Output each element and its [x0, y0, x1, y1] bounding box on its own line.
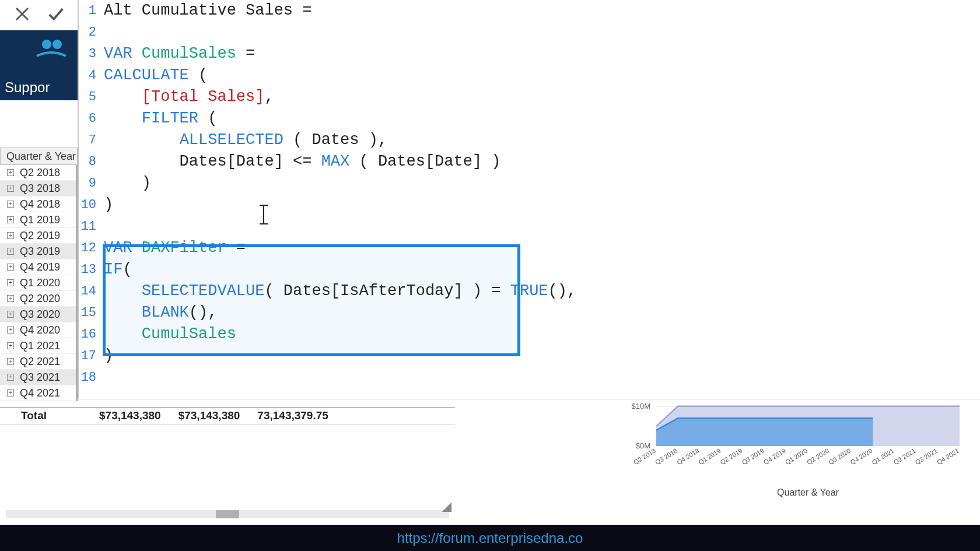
code-line[interactable]: 8 Dates[Date] <= MAX ( Dates[Date] ) [79, 151, 980, 173]
expand-icon[interactable]: + [7, 374, 14, 381]
code-content[interactable]: VAR CumulSales = [101, 43, 255, 65]
code-line[interactable]: 15 BLANK(), [79, 302, 980, 324]
x-tick-label: Q4 2019 [762, 447, 787, 466]
code-line[interactable]: 4CALCULATE ( [79, 65, 980, 86]
x-tick-label: Q3 2020 [827, 447, 852, 466]
code-content[interactable]: CumulSales [101, 324, 236, 345]
total-value-1: $73,143,380 [82, 409, 161, 422]
x-tick-label: Q3 2021 [914, 447, 939, 466]
slicer-item[interactable]: +Q1 2019 [0, 212, 76, 228]
code-line[interactable]: 16 CumulSales [79, 324, 980, 345]
code-content[interactable]: SELECTEDVALUE( Dates[IsAfterToday] ) = T… [101, 280, 576, 302]
code-content[interactable] [101, 367, 104, 388]
code-line[interactable]: 5 [Total Sales], [79, 86, 980, 108]
cumulative-sales-chart[interactable]: $10M$0MQ2 2018Q3 2018Q4 2018Q1 2019Q2 20… [621, 399, 971, 504]
code-content[interactable]: [Total Sales], [101, 86, 274, 108]
code-line[interactable]: 7 ALLSELECTED ( Dates ), [79, 129, 980, 151]
expand-icon[interactable]: + [7, 201, 14, 208]
expand-icon[interactable]: + [7, 295, 14, 302]
slicer-item[interactable]: +Q2 2019 [0, 228, 76, 244]
logo-text: Suppor [5, 79, 50, 96]
line-number: 7 [79, 129, 101, 151]
expand-icon[interactable]: + [7, 232, 14, 239]
code-content[interactable]: Dates[Date] <= MAX ( Dates[Date] ) [101, 151, 501, 173]
text-cursor-icon [263, 205, 264, 224]
x-axis-title: Quarter & Year [777, 487, 839, 497]
slicer-item[interactable]: +Q1 2021 [0, 338, 76, 354]
slicer-item[interactable]: +Q3 2019 [0, 244, 76, 259]
expand-icon[interactable]: + [7, 185, 14, 192]
slicer-item[interactable]: +Q3 2020 [0, 307, 76, 322]
code-content[interactable]: Alt Cumulative Sales = [101, 0, 312, 22]
line-number: 5 [79, 86, 101, 108]
code-content[interactable]: IF( [101, 259, 132, 280]
code-content[interactable]: ) [101, 345, 113, 367]
expand-icon[interactable]: + [7, 248, 14, 255]
footer-link[interactable]: https://forum.enterprisedna.co [397, 530, 583, 546]
expand-icon[interactable]: + [7, 358, 14, 365]
horizontal-scrollbar[interactable] [6, 510, 449, 518]
code-content[interactable]: CALCULATE ( [101, 65, 208, 86]
code-content[interactable]: ALLSELECTED ( Dates ), [101, 129, 387, 151]
expand-icon[interactable]: + [7, 264, 14, 271]
code-line[interactable]: 6 FILTER ( [79, 108, 980, 129]
code-content[interactable]: FILTER ( [101, 108, 217, 129]
code-content[interactable] [101, 216, 104, 237]
expand-icon[interactable]: + [7, 216, 14, 223]
slicer-item[interactable]: +Q2 2020 [0, 291, 76, 307]
x-tick-label: Q2 2019 [719, 447, 743, 466]
expand-icon[interactable]: + [7, 169, 14, 176]
code-line[interactable]: 9 ) [79, 173, 980, 194]
expand-icon[interactable]: + [7, 327, 14, 334]
line-number: 18 [79, 367, 101, 388]
x-tick-label: Q1 2021 [870, 447, 895, 466]
expand-icon[interactable]: + [7, 342, 14, 349]
code-content[interactable]: BLANK(), [101, 302, 217, 324]
slicer-item-label: Q3 2019 [20, 245, 60, 258]
code-line[interactable]: 3VAR CumulSales = [79, 43, 980, 65]
code-line[interactable]: 11 [79, 216, 980, 237]
scrollbar-thumb[interactable] [216, 510, 239, 518]
slicer-item[interactable]: +Q3 2021 [0, 370, 76, 385]
expand-icon[interactable]: + [7, 389, 14, 396]
slicer-item[interactable]: +Q4 2020 [0, 322, 76, 338]
resize-handle-icon[interactable] [442, 503, 452, 512]
close-icon[interactable] [13, 5, 31, 25]
confirm-icon[interactable] [47, 5, 65, 25]
code-content[interactable]: VAR DAXFilter = [101, 237, 246, 259]
slicer-item[interactable]: +Q4 2019 [0, 259, 76, 275]
slicer-item[interactable]: +Q4 2018 [0, 196, 76, 212]
slicer-header: Quarter & Year [0, 148, 78, 165]
slicer-item[interactable]: +Q2 2018 [0, 165, 76, 181]
dax-formula-editor[interactable]: 1Alt Cumulative Sales =23VAR CumulSales … [78, 0, 980, 399]
expand-icon[interactable]: + [7, 279, 14, 286]
slicer-item[interactable]: +Q3 2018 [0, 181, 76, 196]
code-line[interactable]: 13IF( [79, 259, 980, 280]
slicer-item-label: Q3 2018 [20, 183, 60, 195]
code-line[interactable]: 1Alt Cumulative Sales = [79, 0, 980, 22]
quarter-slicer[interactable]: +Q2 2018+Q3 2018+Q4 2018+Q1 2019+Q2 2019… [0, 165, 78, 401]
code-line[interactable]: 10) [79, 194, 980, 216]
slicer-item-label: Q4 2021 [20, 387, 60, 399]
total-label: Total [0, 409, 82, 422]
line-number: 6 [79, 108, 101, 129]
code-content[interactable]: ) [101, 173, 151, 194]
code-line[interactable]: 12VAR DAXFilter = [79, 237, 980, 259]
slicer-item[interactable]: +Q1 2020 [0, 275, 76, 291]
slicer-item-label: Q4 2020 [20, 324, 60, 336]
x-tick-label: Q2 2021 [892, 447, 917, 466]
code-line[interactable]: 17) [79, 345, 980, 367]
slicer-item-label: Q4 2018 [20, 198, 60, 210]
line-number: 15 [79, 302, 101, 324]
total-value-3: 73,143,379.75 [240, 409, 328, 422]
code-line[interactable]: 18 [79, 367, 980, 388]
slicer-item[interactable]: +Q4 2021 [0, 385, 76, 401]
slicer-item[interactable]: +Q2 2021 [0, 354, 76, 370]
code-content[interactable]: ) [101, 194, 113, 216]
slicer-item-label: Q4 2019 [20, 261, 60, 273]
svg-point-3 [52, 40, 62, 49]
code-content[interactable] [101, 22, 104, 43]
expand-icon[interactable]: + [7, 311, 14, 318]
code-line[interactable]: 14 SELECTEDVALUE( Dates[IsAfterToday] ) … [79, 280, 980, 302]
code-line[interactable]: 2 [79, 22, 980, 43]
